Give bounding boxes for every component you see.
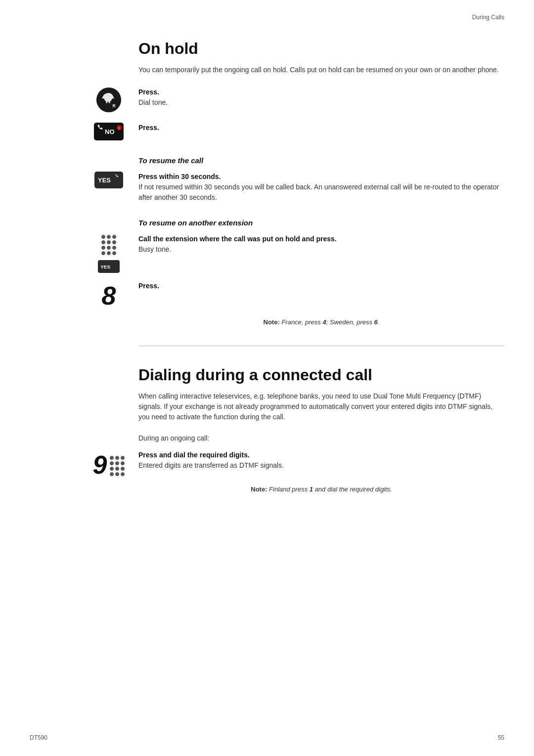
number-9: 9 bbox=[93, 452, 107, 478]
resume-call-step: YES Press within 30 seconds. If not resu… bbox=[138, 172, 504, 203]
number-8-icon-area: 8 bbox=[79, 281, 138, 311]
resume-ext-step2: 8 Press. bbox=[138, 281, 504, 311]
yes-button-icon: YES bbox=[94, 172, 123, 188]
section-title-dialing: Dialing during a connected call bbox=[138, 366, 504, 384]
number-8: 8 bbox=[102, 281, 116, 311]
yes-button-icon-2: YES bbox=[98, 260, 120, 273]
r-button-icon: R bbox=[96, 87, 122, 113]
resume-ext-step1: YES Call the extension where the call wa… bbox=[138, 234, 504, 273]
number-9-keypad-area: 9 bbox=[79, 452, 138, 478]
resume-ext-step2-text: Press. bbox=[138, 281, 504, 291]
subsection-resume-call: To resume the call YES Press within 30 s… bbox=[138, 156, 504, 203]
svg-text:R: R bbox=[112, 103, 115, 108]
step-2-text: Press. bbox=[138, 123, 504, 133]
keypad-icon-2 bbox=[110, 456, 125, 476]
svg-text:0: 0 bbox=[118, 127, 120, 130]
footer-model: DT590 bbox=[30, 734, 47, 741]
section-dialing-intro: When calling interactive teleservices, e… bbox=[138, 391, 504, 422]
step-2-row: NO 0 Press. bbox=[138, 123, 504, 140]
section-divider bbox=[138, 346, 504, 346]
r-button-icon-area: R bbox=[79, 87, 138, 113]
section-intro-on-hold: You can temporarily put the ongoing call… bbox=[138, 65, 504, 75]
resume-call-text: Press within 30 seconds. If not resumed … bbox=[138, 172, 504, 203]
dialing-step1: 9 Press and dial the required digits. En… bbox=[138, 450, 504, 478]
no-button-icon: NO 0 bbox=[94, 123, 124, 140]
section2-note: Note: Finland press 1 and dial the requi… bbox=[138, 486, 504, 493]
resume-ext-step1-text: Call the extension where the call was pu… bbox=[138, 234, 504, 255]
step-1-row: R Press. Dial tone. bbox=[138, 87, 504, 113]
yes-button-icon-area-1: YES bbox=[79, 172, 138, 188]
footer-page-number: 55 bbox=[498, 734, 504, 741]
dialing-step1-text: Press and dial the required digits. Ente… bbox=[138, 450, 504, 471]
resume-call-heading: To resume the call bbox=[138, 156, 504, 165]
section1-note: Note: France, press 4; Sweden, press 6. bbox=[138, 318, 504, 326]
svg-text:YES: YES bbox=[100, 264, 110, 269]
svg-text:NO: NO bbox=[105, 128, 115, 135]
subsection-resume-extension: To resume on another extension YES bbox=[138, 219, 504, 326]
section-dialing: Dialing during a connected call When cal… bbox=[138, 366, 504, 493]
keypad-icon bbox=[101, 235, 116, 255]
section-title-on-hold: On hold bbox=[138, 40, 504, 58]
step-1-text: Press. Dial tone. bbox=[138, 87, 504, 108]
keypad-yes-icon-area: YES bbox=[79, 235, 138, 273]
ongoing-call-label: During an ongoing call: bbox=[138, 434, 504, 442]
section-on-hold: On hold You can temporarily put the ongo… bbox=[138, 40, 504, 326]
page-header: During Calls bbox=[472, 14, 504, 21]
resume-extension-heading: To resume on another extension bbox=[138, 219, 504, 227]
svg-text:YES: YES bbox=[98, 177, 111, 184]
no-button-icon-area: NO 0 bbox=[79, 123, 138, 140]
